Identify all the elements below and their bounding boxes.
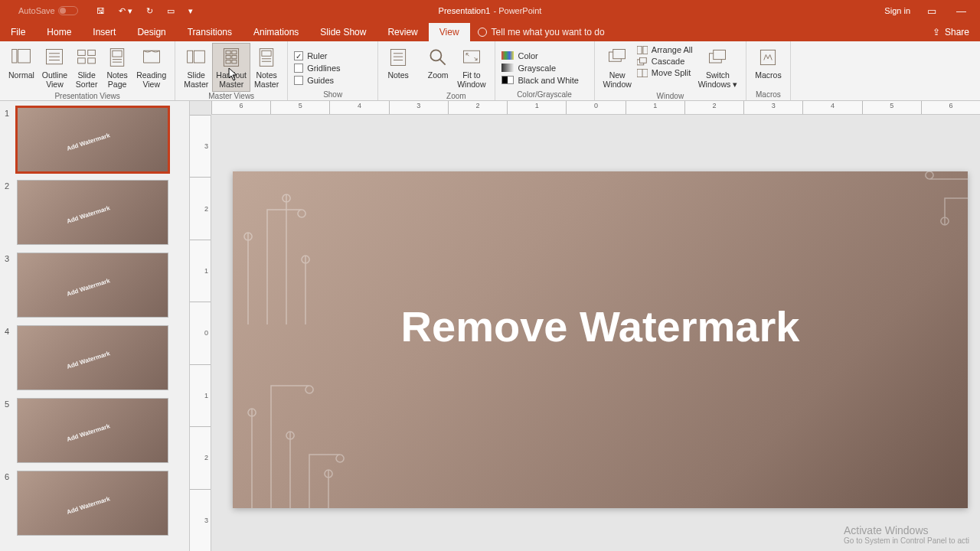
share-button[interactable]: ⇪ Share — [933, 27, 969, 37]
group-label: Color/Grayscale — [500, 90, 590, 100]
thumbnail-preview: Add Watermark — [17, 398, 168, 463]
document-title: Presentation1 - PowerPoint — [439, 6, 542, 15]
slide-thumbnail[interactable]: 6Add Watermark — [0, 469, 189, 537]
slide-title-text[interactable]: Remove Watermark — [401, 302, 800, 351]
sign-in-link[interactable]: Sign in — [884, 6, 910, 15]
svg-rect-0 — [12, 50, 17, 64]
svg-rect-27 — [391, 50, 406, 66]
grayscale-button[interactable]: Grayscale — [500, 63, 558, 73]
horizontal-ruler[interactable]: 6543210123456 — [211, 101, 980, 115]
notes-page-icon — [106, 46, 129, 69]
svg-rect-1 — [18, 50, 31, 64]
slide-canvas-area[interactable]: Remove Watermark — [233, 171, 980, 551]
tell-me-search[interactable]: Tell me what you want to do — [478, 27, 605, 41]
tab-animations[interactable]: Animations — [243, 23, 309, 41]
svg-line-32 — [440, 60, 446, 65]
color-button[interactable]: Color — [500, 51, 540, 61]
group-label: Presentation Views — [5, 92, 170, 102]
redo-icon[interactable]: ↻ — [146, 6, 153, 16]
svg-rect-22 — [232, 60, 237, 64]
title-bar: AutoSave 🖫 ↶ ▾ ↻ ▭ ▾ Presentation1 - Pow… — [0, 0, 980, 21]
group-master-views: Slide Master Handout Master Notes Master… — [175, 41, 288, 100]
checkbox-checked-icon: ✓ — [294, 51, 303, 60]
normal-view-button[interactable]: Normal — [5, 43, 38, 83]
switch-windows-button[interactable]: Switch Windows ▾ — [694, 43, 742, 92]
gridlines-checkbox[interactable]: Gridlines — [292, 63, 341, 73]
svg-rect-24 — [262, 51, 271, 56]
tab-slideshow[interactable]: Slide Show — [309, 23, 377, 41]
slide-master-button[interactable]: Slide Master — [180, 43, 212, 92]
svg-rect-43 — [714, 50, 726, 59]
activate-windows-watermark: Activate Windows Go to System in Control… — [844, 524, 969, 545]
svg-rect-44 — [761, 50, 776, 64]
ribbon: Normal Outline View Slide Sorter Notes P… — [0, 41, 980, 101]
slide-canvas[interactable]: Remove Watermark — [233, 171, 968, 508]
arrange-all-icon — [637, 46, 648, 54]
normal-view-icon — [10, 46, 33, 69]
undo-icon[interactable]: ↶ ▾ — [119, 6, 132, 16]
slide-thumbnail[interactable]: 4Add Watermark — [0, 324, 189, 392]
color-swatch-icon — [501, 51, 514, 60]
macros-button[interactable]: Macros — [751, 43, 785, 83]
slide-thumbnail[interactable]: 1Add Watermark — [0, 106, 189, 174]
svg-rect-11 — [113, 51, 122, 57]
black-white-button[interactable]: Black and White — [500, 75, 580, 86]
lightbulb-icon — [478, 28, 487, 37]
new-window-icon — [606, 46, 629, 69]
tab-home[interactable]: Home — [36, 23, 82, 41]
notes-button[interactable]: Notes — [383, 43, 413, 83]
share-label: Share — [945, 27, 969, 37]
svg-rect-15 — [194, 51, 205, 63]
tab-insert[interactable]: Insert — [82, 23, 126, 41]
move-split-button[interactable]: Move Split — [635, 67, 694, 78]
reading-view-icon — [140, 46, 163, 69]
tab-view[interactable]: View — [429, 23, 470, 41]
start-from-beginning-icon[interactable]: ▭ — [167, 6, 175, 16]
fit-to-window-icon — [460, 46, 483, 69]
arrange-all-button[interactable]: Arrange All — [635, 44, 694, 55]
activate-subtitle: Go to System in Control Panel to acti — [844, 536, 969, 545]
svg-rect-9 — [88, 58, 96, 64]
guides-checkbox[interactable]: Guides — [292, 75, 335, 86]
slide-thumbnail-panel[interactable]: 1Add Watermark 2Add Watermark 3Add Water… — [0, 101, 190, 551]
ribbon-display-options-icon[interactable]: ▭ — [924, 5, 939, 17]
handout-master-button[interactable]: Handout Master — [212, 43, 250, 92]
checkbox-icon — [294, 76, 303, 85]
notes-page-button[interactable]: Notes Page — [102, 43, 132, 92]
handout-master-icon — [220, 46, 243, 69]
vertical-ruler[interactable]: 3210123 — [190, 115, 211, 551]
outline-view-icon — [43, 46, 66, 69]
zoom-button[interactable]: Zoom — [423, 43, 453, 83]
ruler-checkbox[interactable]: ✓Ruler — [292, 51, 328, 61]
thumbnail-preview: Add Watermark — [17, 107, 168, 172]
slide-thumbnail[interactable]: 3Add Watermark — [0, 251, 189, 319]
cascade-button[interactable]: Cascade — [635, 56, 694, 67]
share-icon: ⇪ — [933, 27, 940, 37]
macros-icon — [756, 46, 779, 69]
tab-transitions[interactable]: Transitions — [177, 23, 243, 41]
workspace: 1Add Watermark 2Add Watermark 3Add Water… — [0, 101, 980, 551]
notes-master-button[interactable]: Notes Master — [250, 43, 283, 92]
thumbnail-preview: Add Watermark — [17, 180, 168, 245]
group-color-grayscale: Color Grayscale Black and White Color/Gr… — [495, 41, 595, 100]
tab-review[interactable]: Review — [377, 23, 428, 41]
fit-to-window-button[interactable]: Fit to Window — [453, 43, 489, 92]
checkbox-icon — [294, 64, 303, 73]
slide-sorter-button[interactable]: Slide Sorter — [71, 43, 102, 92]
qat-customize-icon[interactable]: ▾ — [188, 6, 193, 16]
slide-thumbnail[interactable]: 5Add Watermark — [0, 396, 189, 465]
svg-rect-39 — [639, 57, 646, 63]
save-icon[interactable]: 🖫 — [96, 6, 105, 15]
new-window-button[interactable]: New Window — [599, 43, 635, 92]
activate-title: Activate Windows — [844, 524, 969, 536]
app-name: - PowerPoint — [493, 6, 541, 15]
tab-file[interactable]: File — [0, 23, 36, 41]
autosave-toggle[interactable]: AutoSave — [18, 6, 78, 15]
slide-sorter-icon — [75, 46, 98, 69]
reading-view-button[interactable]: Reading View — [132, 43, 170, 92]
outline-view-button[interactable]: Outline View — [38, 43, 71, 92]
slide-thumbnail[interactable]: 2Add Watermark — [0, 178, 189, 246]
svg-rect-7 — [88, 50, 96, 55]
minimize-icon[interactable]: — — [953, 5, 969, 17]
tab-design[interactable]: Design — [126, 23, 176, 41]
